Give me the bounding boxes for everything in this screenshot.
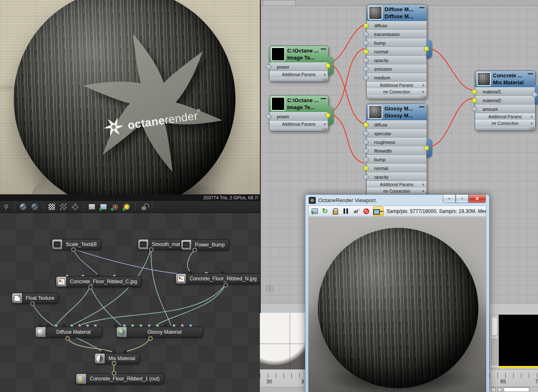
output-port[interactable] [192, 248, 197, 252]
slot-diffuse[interactable]: diffuse [367, 21, 427, 30]
minimize-button[interactable] [443, 194, 456, 203]
node-concrete-c-jpg[interactable]: Concrete_Floor_Ribbed_C.jpg [56, 276, 142, 287]
resize-grip[interactable] [367, 95, 427, 99]
track-bar-right[interactable]: 65 7 [490, 369, 538, 387]
input-port[interactable] [363, 139, 369, 145]
resize-grip[interactable] [269, 78, 328, 81]
output-port[interactable] [65, 336, 70, 341]
slot-filmwidth[interactable]: filmwidth [367, 146, 427, 155]
slot-transmission[interactable]: transmission [367, 30, 427, 38]
output-port[interactable] [71, 247, 76, 252]
connection-wire[interactable] [329, 25, 364, 63]
expand-icon[interactable]: + [422, 182, 425, 187]
resize-grip[interactable] [269, 127, 328, 131]
input-port[interactable] [472, 98, 477, 103]
node-output-tab[interactable] [426, 39, 432, 58]
close-button[interactable] [468, 194, 486, 203]
node-output[interactable]: Concrete_Floor_Ribbed_1 (out) [76, 373, 164, 384]
output-port[interactable] [223, 283, 228, 287]
paste-clipboard-icon[interactable] [87, 202, 96, 211]
node-mix-material[interactable]: Mix Material [94, 353, 140, 364]
slot-medium[interactable]: medium [367, 73, 427, 82]
input-port[interactable] [472, 89, 477, 94]
node-output-tab[interactable] [535, 85, 538, 104]
input-port[interactable] [363, 131, 369, 136]
output-port[interactable] [149, 247, 154, 252]
slot-material1[interactable]: material1 [475, 87, 535, 96]
pick-material-icon[interactable]: ⚲ [2, 202, 11, 211]
slate-node-image-texture-2[interactable]: C:\Octane ...Image Te... power Additiona… [269, 95, 329, 131]
slate-node-diffuse-material[interactable]: Diffuse M...Diffuse M... diffuse transmi… [366, 4, 427, 99]
expand-icon[interactable]: + [422, 89, 425, 94]
mr-connection-row[interactable]: mr Connection+ [367, 188, 427, 194]
output-port[interactable] [325, 113, 331, 118]
viewport-render-area[interactable] [308, 217, 486, 392]
node-concrete-n-jpg[interactable]: Concrete_Floor_Ribbed_N.jpg [175, 273, 260, 284]
node-glossy-material[interactable]: Glossy Material [116, 327, 203, 337]
additional-params-row[interactable]: Additional Params+ [475, 113, 535, 120]
output-port[interactable] [532, 92, 538, 98]
render-ball-icon[interactable] [19, 202, 28, 211]
input-port[interactable] [363, 165, 369, 171]
expand-icon[interactable]: + [531, 121, 533, 126]
connection-wire[interactable] [155, 284, 226, 325]
export-icon[interactable] [311, 208, 318, 215]
slot-power[interactable]: power [269, 112, 328, 121]
additional-params-row[interactable]: Additional Params+ [367, 82, 427, 88]
checker-coarse-icon[interactable] [70, 202, 79, 211]
connection-wire[interactable] [187, 249, 195, 272]
node-smooth-mat[interactable]: ... Smooth_mat [138, 239, 185, 250]
connection-wire[interactable] [329, 63, 364, 124]
render-ball-small-icon[interactable] [30, 202, 39, 211]
node-output-tab[interactable] [328, 106, 334, 125]
slot-normal[interactable]: normal [367, 47, 427, 56]
collapse-icon[interactable] [419, 105, 425, 108]
connection-wire[interactable] [56, 287, 90, 325]
output-port[interactable] [424, 146, 429, 151]
input-port[interactable] [363, 40, 369, 45]
import-image-icon[interactable] [99, 202, 108, 211]
node-scale-textb[interactable]: ... Scale_Text&B [52, 239, 101, 250]
maximize-button[interactable] [456, 194, 468, 203]
slot-roughness[interactable]: roughness [367, 138, 427, 146]
expand-icon[interactable]: + [422, 189, 425, 194]
expand-icon[interactable]: + [324, 122, 326, 127]
input-port[interactable] [363, 57, 369, 63]
collapse-icon[interactable] [528, 72, 533, 75]
input-port[interactable] [363, 122, 369, 127]
lock-icon[interactable] [331, 208, 339, 215]
octane-viewport-window[interactable]: OctaneRender Viewport. ↻ af Samp/pix: 57… [305, 194, 490, 392]
output-port[interactable] [325, 63, 331, 69]
output-port[interactable] [424, 46, 429, 52]
node-float-texture[interactable]: Float Texture [12, 293, 59, 304]
scrollbar[interactable] [490, 315, 500, 368]
mini-icon[interactable] [497, 387, 502, 392]
resize-grip[interactable] [475, 127, 535, 130]
expand-icon[interactable]: + [324, 72, 326, 77]
expand-icon[interactable]: + [422, 83, 425, 88]
autofocus-icon[interactable]: af [352, 208, 360, 215]
connection-wire[interactable] [329, 48, 364, 113]
binoculars-icon[interactable] [267, 285, 274, 291]
checker-medium-icon[interactable] [59, 202, 68, 211]
input-port[interactable] [266, 64, 271, 69]
disable-material-icon[interactable] [363, 208, 370, 215]
collapse-icon[interactable] [321, 97, 326, 100]
output-port[interactable] [112, 361, 116, 366]
input-port[interactable] [363, 66, 369, 72]
input-port[interactable] [363, 174, 369, 179]
display-icon[interactable] [373, 206, 384, 216]
slate-node-glossy-material[interactable]: Glossy M...Glossy M... diffuse specular … [366, 103, 427, 198]
slot-opacity[interactable]: opacity [367, 56, 427, 65]
input-port[interactable] [363, 23, 369, 28]
mini-icon[interactable] [491, 387, 496, 392]
additional-params-row[interactable]: Additional Params+ [367, 181, 427, 188]
expand-icon[interactable]: + [531, 114, 533, 119]
connection-wire[interactable] [428, 98, 473, 147]
connection-wire[interactable] [428, 48, 473, 90]
slot-opacity[interactable]: opacity [367, 172, 427, 181]
slot-emission[interactable]: emission [367, 65, 427, 73]
pause-icon[interactable] [342, 208, 349, 215]
import-record-icon[interactable] [110, 202, 120, 211]
slot-amount[interactable]: amount [475, 105, 535, 113]
